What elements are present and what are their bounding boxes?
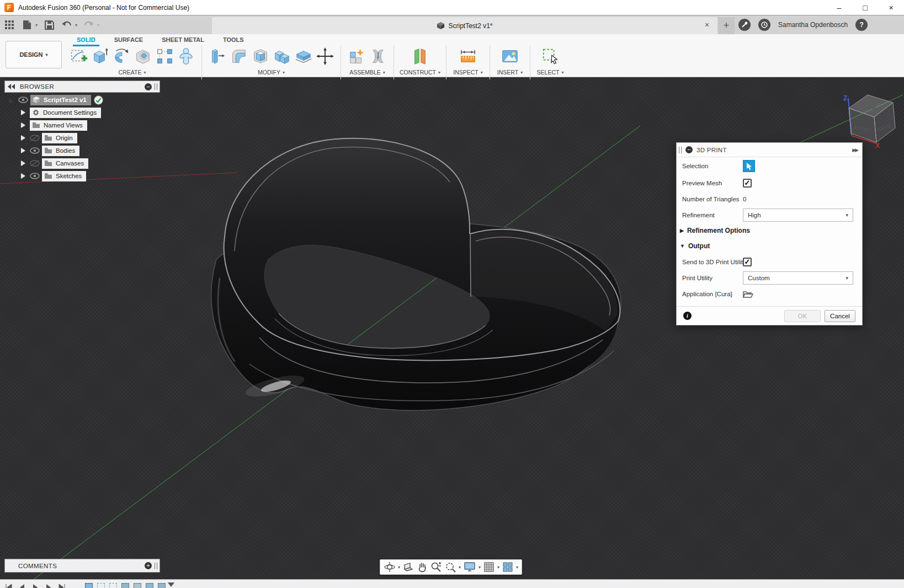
expand-arrow-icon[interactable] — [21, 148, 25, 153]
new-component-icon[interactable] — [347, 46, 366, 66]
comments-panel[interactable]: COMMENTS + — [4, 559, 160, 573]
hole-icon[interactable] — [133, 46, 153, 66]
browser-item-document-settings[interactable]: Document Settings — [30, 108, 101, 118]
group-label-construct[interactable]: CONSTRUCT▾ — [400, 69, 440, 76]
panel-grip[interactable] — [155, 83, 157, 90]
send-to-print-utility-checkbox[interactable]: ✓ — [743, 258, 752, 266]
visibility-eye-icon[interactable] — [18, 97, 28, 103]
expand-arrow-icon[interactable] — [21, 135, 25, 141]
tree-row-document-settings[interactable]: Document Settings — [21, 107, 101, 118]
browser-item-sketches[interactable]: Sketches — [42, 171, 86, 181]
timeline-feature-icon[interactable] — [134, 583, 141, 588]
timeline-feature-extrude-icon[interactable] — [146, 583, 153, 588]
timeline-play-icon[interactable] — [31, 582, 40, 588]
orbit-icon[interactable] — [383, 560, 396, 574]
revolve-icon[interactable] — [111, 46, 131, 66]
file-menu-caret[interactable]: ▾ — [35, 23, 38, 28]
construction-plane-icon[interactable] — [410, 46, 430, 66]
timeline-feature-sketch-icon[interactable] — [85, 583, 93, 588]
browser-item-named-views[interactable]: Named Views — [30, 120, 87, 131]
job-status-clock-icon[interactable] — [758, 19, 770, 31]
minimize-button[interactable]: – — [826, 0, 852, 15]
print-utility-dropdown[interactable]: Custom▾ — [743, 271, 853, 285]
visibility-eye-off-icon[interactable] — [30, 135, 40, 141]
tab-solid[interactable]: SOLID — [67, 35, 105, 45]
maximize-button[interactable]: □ — [852, 0, 878, 15]
tree-row-sketches[interactable]: Sketches — [21, 170, 86, 181]
display-settings-icon[interactable] — [462, 560, 477, 574]
output-section[interactable]: ▼ Output — [677, 238, 862, 254]
expand-arrow-icon[interactable] — [21, 173, 25, 179]
select-tool-icon[interactable] — [540, 46, 560, 66]
refinement-options-section[interactable]: ▶ Refinement Options — [677, 223, 862, 238]
browser-item-root[interactable]: ScriptTest2 v1 — [30, 95, 91, 105]
new-tab-button[interactable]: + — [718, 17, 735, 34]
cancel-button[interactable]: Cancel — [825, 310, 855, 322]
combine-icon[interactable] — [272, 46, 292, 66]
timeline-feature-icon[interactable] — [109, 583, 117, 588]
timeline-feature-extrude-icon[interactable] — [158, 583, 166, 588]
browser-item-canvases[interactable]: Canvases — [42, 158, 88, 169]
close-button[interactable]: × — [878, 0, 904, 15]
refinement-dropdown[interactable]: High▾ — [743, 209, 853, 222]
app-grid-icon[interactable] — [3, 19, 15, 31]
timeline-feature-icon[interactable] — [97, 583, 105, 588]
collapse-panel-icon[interactable] — [8, 84, 15, 89]
zoom-icon[interactable] — [429, 560, 443, 574]
press-pull-icon[interactable] — [208, 46, 227, 66]
group-label-create[interactable]: CREATE▾ — [119, 69, 146, 76]
rectangular-pattern-icon[interactable] — [155, 46, 174, 66]
tree-row-canvases[interactable]: Canvases — [21, 158, 88, 169]
redo-caret[interactable]: ▾ — [97, 23, 99, 28]
viewports-caret[interactable]: ▾ — [515, 565, 519, 570]
expand-arrow-icon[interactable] — [21, 110, 25, 115]
tree-row-bodies[interactable]: Bodies — [21, 145, 79, 156]
move-copy-icon[interactable] — [315, 46, 335, 66]
redo-icon[interactable] — [83, 19, 95, 31]
panel-grip[interactable] — [155, 563, 157, 569]
orbit-caret[interactable]: ▾ — [397, 565, 401, 570]
joint-icon[interactable] — [368, 46, 388, 66]
split-body-icon[interactable] — [294, 46, 313, 66]
expand-arrow-icon[interactable] — [21, 122, 25, 128]
create-form-icon[interactable] — [176, 46, 196, 66]
grid-snap-icon[interactable] — [482, 560, 496, 574]
save-icon[interactable] — [43, 19, 55, 31]
viewports-icon[interactable] — [501, 560, 514, 574]
timeline-feature-extrude-icon[interactable] — [121, 583, 129, 588]
group-label-select[interactable]: SELECT▾ — [537, 69, 564, 76]
close-tab-icon[interactable]: × — [702, 20, 712, 29]
tab-sheet-metal[interactable]: SHEET METAL — [152, 35, 214, 45]
group-label-insert[interactable]: INSERT▾ — [497, 69, 523, 76]
timeline-skip-start-icon[interactable] — [4, 582, 13, 588]
dialog-header[interactable]: − 3D PRINT ▶▶ — [677, 143, 862, 157]
expand-all-icon[interactable]: ▶▶ — [852, 147, 858, 153]
zoom-window-caret[interactable]: ▾ — [458, 565, 461, 570]
user-account-name[interactable]: Samantha Opdenbosch — [778, 21, 848, 29]
create-sketch-icon[interactable] — [68, 46, 88, 66]
browser-header[interactable]: BROWSER − — [4, 81, 160, 93]
timeline-skip-end-icon[interactable] — [57, 582, 66, 588]
ok-button[interactable]: OK — [784, 310, 821, 322]
dialog-grip[interactable] — [679, 147, 682, 153]
document-tab[interactable]: ScriptTest2 v1* × — [212, 17, 717, 34]
look-at-icon[interactable] — [402, 560, 415, 574]
browser-item-origin[interactable]: Origin — [42, 133, 77, 143]
help-icon[interactable]: ? — [855, 19, 868, 31]
workspace-selector[interactable]: DESIGN▾ — [6, 41, 62, 68]
zoom-window-icon[interactable] — [444, 560, 457, 574]
info-icon[interactable]: i — [683, 312, 692, 320]
timeline-bar[interactable] — [0, 579, 904, 588]
display-settings-caret[interactable]: ▾ — [478, 565, 481, 570]
browser-collapse-icon[interactable]: − — [145, 83, 152, 90]
fillet-icon[interactable] — [229, 46, 249, 66]
tree-row-origin[interactable]: Origin — [21, 132, 77, 143]
insert-canvas-icon[interactable] — [500, 46, 520, 66]
open-folder-icon[interactable] — [743, 290, 753, 298]
browser-item-bodies[interactable]: Bodies — [42, 146, 79, 156]
dialog-collapse-icon[interactable]: − — [685, 146, 693, 153]
file-menu-icon[interactable] — [21, 19, 33, 31]
group-label-inspect[interactable]: INSPECT▾ — [453, 69, 483, 76]
undo-caret[interactable]: ▾ — [75, 23, 77, 28]
extrude-icon[interactable] — [90, 46, 110, 66]
